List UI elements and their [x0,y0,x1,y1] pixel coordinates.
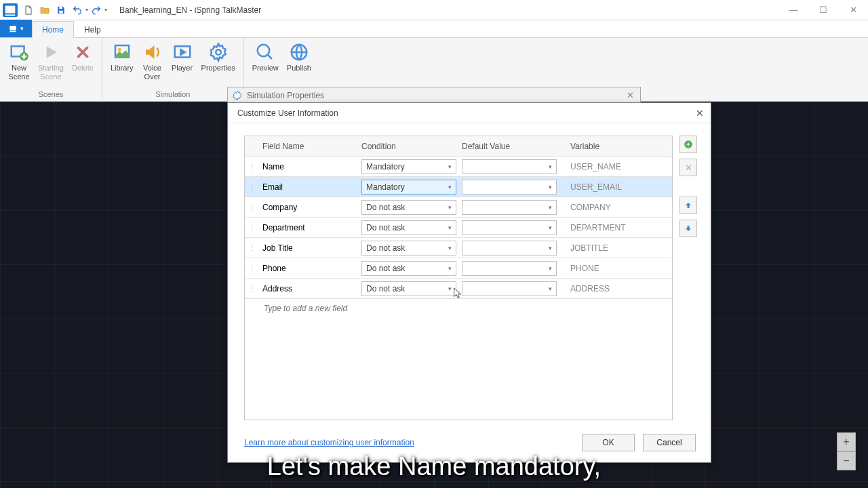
field-name-cell[interactable]: Company [260,203,361,212]
player-button[interactable]: Player [167,39,197,73]
chevron-down-icon: ▾ [443,285,456,292]
table-row[interactable]: ⋮Job TitleDo not ask▾▾JOBTITLE [245,238,672,258]
zoom-out-button[interactable]: − [837,451,856,470]
chevron-down-icon: ▾ [443,184,456,190]
drag-handle-icon[interactable]: ⋮ [245,163,260,170]
titlebar: ▾ ▾ Bank_learning_EN - iSpring TalkMaste… [0,0,868,20]
publish-button[interactable]: Publish [283,39,315,73]
cancel-button[interactable]: Cancel [643,434,696,451]
condition-dropdown[interactable]: Mandatory▾ [361,180,456,195]
condition-dropdown[interactable]: Do not ask▾ [361,241,456,256]
default-value-dropdown[interactable]: ▾ [462,200,557,215]
app-icon [3,3,18,17]
chevron-down-icon: ▾ [544,285,556,292]
condition-dropdown[interactable]: Do not ask▾ [361,281,456,296]
chevron-down-icon: ▾ [544,224,556,231]
chevron-down-icon: ▾ [443,265,456,272]
move-up-button[interactable] [679,197,697,214]
new-scene-icon [9,42,29,62]
qat-new-icon[interactable] [21,3,36,18]
condition-dropdown[interactable]: Do not ask▾ [361,200,456,215]
default-value-dropdown[interactable]: ▾ [462,180,557,195]
condition-dropdown[interactable]: Mandatory▾ [361,159,456,174]
tab-home[interactable]: Home [32,21,74,38]
drag-handle-icon[interactable]: ⋮ [245,203,260,211]
drag-handle-icon[interactable]: ⋮ [245,224,260,231]
new-field-input[interactable] [264,304,672,313]
field-name-cell[interactable]: Department [260,223,361,232]
svg-point-14 [236,94,239,97]
table-header: Field Name Condition Default Value Varia… [245,136,672,157]
delete-field-button[interactable]: ✕ [679,159,697,176]
svg-point-11 [216,49,221,55]
default-value-dropdown[interactable]: ▾ [462,241,557,256]
ok-button[interactable]: OK [582,434,635,451]
default-value-dropdown[interactable]: ▾ [462,220,557,235]
player-icon [172,42,193,62]
minimize-icon[interactable]: — [778,0,808,20]
chevron-down-icon: ▾ [443,163,456,170]
table-row[interactable]: ⋮AddressDo not ask▾▾ADDRESS [245,279,672,299]
starting-scene-button[interactable]: Starting Scene [34,39,68,81]
library-icon [112,42,132,62]
learn-more-link[interactable]: Learn more about customizing user inform… [244,438,414,447]
properties-button[interactable]: Properties [197,39,239,73]
user-fields-table: Field Name Condition Default Value Varia… [244,136,673,420]
delete-icon [73,42,93,62]
group-simulation-label: Simulation [155,90,190,100]
condition-dropdown[interactable]: Do not ask▾ [361,261,456,276]
condition-dropdown[interactable]: Do not ask▾ [361,220,456,235]
window-title: Bank_learning_EN - iSpring TalkMaster [119,5,261,15]
chevron-down-icon: ▾ [443,204,456,211]
table-row[interactable]: ⋮PhoneDo not ask▾▾PHONE [245,258,672,279]
file-menu[interactable] [0,20,32,37]
preview-icon [255,42,275,62]
dialog-close-icon[interactable]: ✕ [689,108,711,119]
drag-handle-icon[interactable]: ⋮ [245,264,260,272]
close-icon[interactable]: ✕ [838,0,868,20]
variable-cell: ADDRESS [562,284,672,293]
library-button[interactable]: Library [106,39,138,73]
field-name-cell[interactable]: Email [260,182,361,192]
publish-icon [289,42,309,62]
default-value-dropdown[interactable]: ▾ [462,261,557,276]
drag-handle-icon[interactable]: ⋮ [245,244,260,251]
voice-over-icon [142,42,163,62]
new-scene-button[interactable]: New Scene [4,39,34,81]
field-name-cell[interactable]: Job Title [260,243,361,253]
drag-handle-icon[interactable]: ⋮ [245,183,260,190]
svg-rect-4 [9,26,16,30]
default-value-dropdown[interactable]: ▾ [462,159,557,174]
variable-cell: DEPARTMENT [562,223,672,232]
qat-redo-icon[interactable] [89,3,104,18]
table-row[interactable]: ⋮DepartmentDo not ask▾▾DEPARTMENT [245,218,672,238]
qat-save-icon[interactable] [54,3,68,18]
svg-rect-0 [5,5,16,13]
svg-rect-3 [59,10,62,13]
simulation-properties-close-icon[interactable]: ✕ [620,90,640,100]
default-value-dropdown[interactable]: ▾ [462,281,557,296]
qat-undo-icon[interactable] [70,3,85,18]
zoom-in-button[interactable]: + [837,432,856,451]
qat-open-icon[interactable] [37,3,52,18]
field-name-cell[interactable]: Phone [260,264,361,273]
maximize-icon[interactable]: ☐ [808,0,838,20]
field-name-cell[interactable]: Address [260,284,361,293]
table-row[interactable]: ⋮EmailMandatory▾▾USER_EMAIL [245,177,672,197]
move-down-button[interactable] [679,220,697,237]
voice-over-button[interactable]: Voice Over [138,39,167,81]
delete-button[interactable]: Delete [68,39,98,73]
variable-cell: USER_EMAIL [562,182,672,192]
svg-rect-5 [9,31,16,32]
add-field-button[interactable] [679,136,697,153]
variable-cell: JOBTITLE [562,243,672,253]
tab-help[interactable]: Help [74,21,111,38]
field-name-cell[interactable]: Name [260,162,361,171]
preview-button[interactable]: Preview [248,39,283,73]
chevron-down-icon: ▾ [544,184,556,190]
table-row[interactable]: ⋮NameMandatory▾▾USER_NAME [245,157,672,177]
table-row[interactable]: ⋮CompanyDo not ask▾▾COMPANY [245,197,672,218]
variable-cell: COMPANY [562,203,672,212]
chevron-down-icon: ▾ [544,265,556,272]
drag-handle-icon[interactable]: ⋮ [245,285,260,292]
